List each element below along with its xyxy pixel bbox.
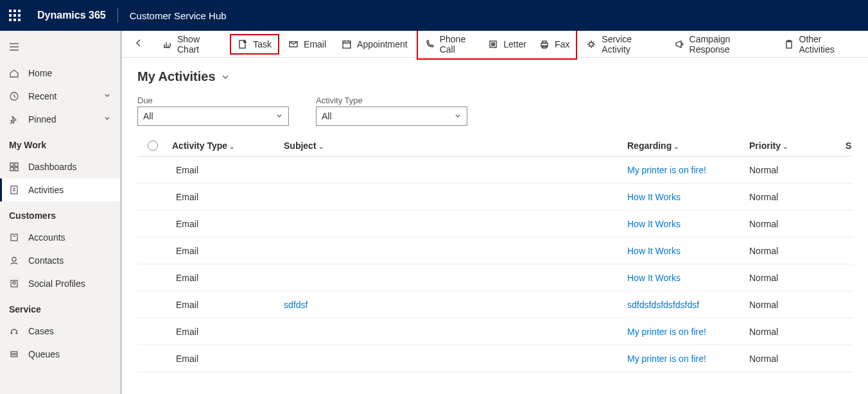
chevron-down-icon [103, 114, 111, 124]
sidebar-heading-service: Service [0, 295, 120, 320]
chart-icon [162, 39, 172, 49]
sidebar-item-cases[interactable]: Cases [0, 320, 120, 343]
cmd-letter[interactable]: Letter [482, 31, 533, 58]
filter-due-select[interactable]: All [137, 107, 289, 126]
chevron-down-icon [103, 91, 111, 101]
accounts-icon [9, 232, 19, 243]
cmd-label: Campaign Response [690, 34, 768, 55]
cell-regarding[interactable]: My printer is on fire! [627, 165, 749, 175]
cmd-task[interactable]: Task [230, 34, 279, 55]
table-row[interactable]: EmailHow It WorksNormal [137, 237, 853, 264]
svg-rect-1 [11, 186, 17, 194]
cmd-label: Phone Call [440, 34, 475, 55]
sidebar-item-contacts[interactable]: Contacts [0, 249, 120, 272]
col-header-activitytype[interactable]: Activity Type⌄ [168, 141, 284, 151]
table-row[interactable]: EmailsdfdsfsdfdsfdsfdsfdsfdsfNormal [137, 291, 853, 318]
cmd-email[interactable]: Email [282, 35, 333, 53]
filter-row: Due All Activity Type All [137, 96, 853, 126]
cell-activitytype: Email [168, 300, 284, 310]
sidebar: Home Recent Pinned My Work Dashboards Ac… [0, 31, 122, 394]
cell-activitytype: Email [168, 165, 284, 175]
cell-priority: Normal [749, 354, 846, 364]
back-button[interactable] [128, 34, 149, 55]
clipboard-icon [784, 39, 794, 49]
table-row[interactable]: EmailHow It WorksNormal [137, 184, 853, 210]
cell-activitytype: Email [168, 246, 284, 256]
sidebar-item-activities[interactable]: Activities [0, 178, 120, 201]
chevron-down-icon [454, 112, 462, 120]
cell-regarding[interactable]: How It Works [627, 273, 749, 283]
cell-subject[interactable]: sdfdsf [284, 300, 627, 310]
svg-point-6 [11, 332, 12, 334]
header-divider [117, 8, 118, 22]
sidebar-item-label: Recent [28, 91, 56, 101]
select-all[interactable] [137, 141, 168, 151]
task-icon [238, 39, 248, 49]
sidebar-item-label: Accounts [28, 232, 65, 243]
table-row[interactable]: EmailHow It WorksNormal [137, 210, 853, 237]
cell-activitytype: Email [168, 354, 284, 364]
chevron-down-icon: ⌄ [783, 143, 788, 150]
col-header-subject[interactable]: Subject⌄ [284, 141, 627, 151]
cmd-service-activity[interactable]: Service Activity [580, 31, 664, 58]
col-header-extra[interactable]: S [846, 141, 853, 151]
cmd-campaign-response[interactable]: Campaign Response [668, 31, 775, 58]
sidebar-item-queues[interactable]: Queues [0, 343, 120, 366]
svg-rect-18 [786, 41, 792, 48]
cell-activitytype: Email [168, 192, 284, 202]
sidebar-item-label: Queues [28, 349, 60, 359]
cmd-fax[interactable]: Fax [533, 31, 576, 58]
cell-regarding[interactable]: How It Works [627, 246, 749, 256]
filter-due-value: All [143, 111, 153, 121]
view-selector[interactable]: My Activities [137, 69, 853, 84]
cmd-appointment[interactable]: Appointment [335, 35, 414, 53]
grid-header: Activity Type⌄ Subject⌄ Regarding⌄ Prior… [137, 135, 853, 157]
cell-regarding[interactable]: My printer is on fire! [627, 327, 749, 337]
sidebar-item-pinned[interactable]: Pinned [0, 108, 120, 131]
app-launcher-icon[interactable] [9, 10, 21, 21]
filter-due: Due All [137, 96, 289, 126]
table-row[interactable]: EmailMy printer is on fire!Normal [137, 157, 853, 184]
sidebar-heading-customers: Customers [0, 201, 120, 226]
table-row[interactable]: EmailMy printer is on fire!Normal [137, 318, 853, 345]
cmd-label: Fax [555, 39, 569, 49]
cell-regarding[interactable]: sdfdsfdsfdsfdsfdsf [627, 300, 749, 310]
sidebar-item-accounts[interactable]: Accounts [0, 226, 120, 249]
cmd-label: Show Chart [177, 34, 221, 55]
view-title-label: My Activities [137, 69, 216, 84]
hamburger-icon [9, 42, 19, 51]
col-header-regarding[interactable]: Regarding⌄ [627, 141, 749, 151]
letter-icon [488, 39, 498, 49]
cmd-label: Letter [503, 39, 526, 49]
contacts-icon [9, 255, 19, 266]
filter-type-select[interactable]: All [316, 107, 467, 126]
cell-regarding[interactable]: How It Works [627, 219, 749, 229]
cell-regarding[interactable]: How It Works [627, 192, 749, 202]
cmd-phone-call[interactable]: Phone Call [418, 31, 482, 58]
service-icon [586, 39, 596, 49]
sidebar-item-label: Contacts [28, 255, 64, 266]
queues-icon [9, 349, 19, 359]
cell-priority: Normal [749, 327, 846, 337]
chevron-down-icon: ⌄ [673, 143, 679, 150]
cmd-other-activities[interactable]: Other Activities [777, 31, 862, 58]
sidebar-item-recent[interactable]: Recent [0, 85, 120, 108]
grid-body: EmailMy printer is on fire!NormalEmailHo… [137, 157, 853, 372]
cell-regarding[interactable]: My printer is on fire! [627, 354, 749, 364]
table-row[interactable]: EmailHow It WorksNormal [137, 264, 853, 291]
chevron-down-icon [275, 112, 283, 120]
sidebar-item-home[interactable]: Home [0, 62, 120, 85]
pin-icon [9, 114, 19, 124]
sidebar-item-label: Activities [28, 185, 64, 195]
svg-rect-15 [542, 41, 546, 43]
col-header-priority[interactable]: Priority⌄ [749, 141, 846, 151]
filter-type-label: Activity Type [316, 96, 467, 105]
sidebar-item-social-profiles[interactable]: Social Profiles [0, 272, 120, 295]
sidebar-toggle[interactable] [0, 39, 120, 62]
cmd-show-chart[interactable]: Show Chart [155, 31, 227, 58]
cell-priority: Normal [749, 165, 846, 175]
sidebar-item-label: Cases [28, 326, 54, 336]
table-row[interactable]: EmailMy printer is on fire!Normal [137, 345, 853, 372]
sidebar-item-dashboards[interactable]: Dashboards [0, 155, 120, 178]
cell-priority: Normal [749, 273, 846, 283]
